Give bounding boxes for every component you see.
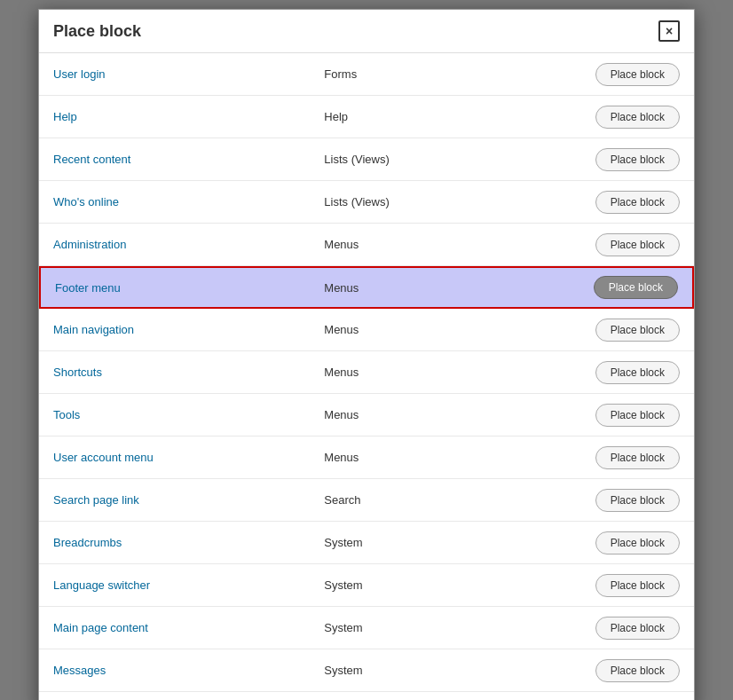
- block-category: Menus: [324, 408, 595, 421]
- block-category: Lists (Views): [324, 195, 595, 208]
- block-name: Who's online: [53, 195, 324, 208]
- modal-title: Place block: [53, 22, 141, 41]
- table-row: Language switcherSystemPlace block: [39, 564, 694, 607]
- place-block-button[interactable]: Place block: [595, 319, 680, 342]
- block-name: Footer menu: [55, 281, 324, 295]
- block-name: Search page link: [53, 493, 324, 507]
- place-block-button[interactable]: Place block: [595, 404, 680, 427]
- block-category: Menus: [324, 323, 595, 336]
- block-category: Menus: [324, 238, 595, 251]
- table-row: User account menuMenusPlace block: [39, 437, 694, 479]
- place-block-button[interactable]: Place block: [595, 531, 680, 554]
- table-row: Footer menuMenusPlace block: [39, 266, 694, 309]
- table-row: MessagesSystemPlace block: [39, 649, 694, 692]
- table-row: AdministrationMenusPlace block: [39, 224, 694, 266]
- table-row: Main page contentSystemPlace block: [39, 607, 694, 649]
- modal-header: Place block ×: [39, 10, 694, 53]
- table-row: HelpHelpPlace block: [39, 96, 694, 138]
- block-name: Help: [53, 110, 324, 123]
- block-name: Tools: [53, 408, 324, 421]
- table-row: Search page linkSearchPlace block: [39, 479, 694, 522]
- block-category: Menus: [324, 366, 595, 379]
- table-row: BreadcrumbsSystemPlace block: [39, 522, 694, 564]
- block-name: Shortcuts: [53, 366, 324, 379]
- block-category: Forms: [324, 67, 595, 81]
- block-name: Main navigation: [53, 323, 324, 336]
- place-block-button[interactable]: Place block: [595, 617, 680, 640]
- place-block-button[interactable]: Place block: [595, 489, 680, 512]
- block-category: System: [324, 578, 595, 592]
- table-row: ToolsMenusPlace block: [39, 394, 694, 437]
- block-name: Breadcrumbs: [53, 536, 324, 549]
- block-category: Help: [324, 110, 595, 123]
- table-row: ShortcutsMenusPlace block: [39, 351, 694, 394]
- place-block-modal: Place block × User loginFormsPlace block…: [38, 9, 695, 700]
- table-row: Main navigationMenusPlace block: [39, 309, 694, 351]
- block-category: System: [324, 664, 595, 677]
- block-name: Main page content: [53, 621, 324, 634]
- place-block-button[interactable]: Place block: [595, 191, 680, 214]
- close-button[interactable]: ×: [658, 20, 680, 42]
- block-category: System: [324, 536, 595, 549]
- place-block-button[interactable]: Place block: [595, 446, 680, 469]
- block-name: Language switcher: [53, 578, 324, 592]
- table-row: Recent contentLists (Views)Place block: [39, 138, 694, 181]
- table-row: Powered by DrupalSystemPlace block: [39, 692, 694, 700]
- place-block-button[interactable]: Place block: [595, 233, 680, 256]
- place-block-button[interactable]: Place block: [595, 148, 680, 171]
- block-name: Recent content: [53, 153, 324, 166]
- block-name: User account menu: [53, 451, 324, 464]
- block-category: Lists (Views): [324, 153, 595, 166]
- block-category: System: [324, 621, 595, 634]
- block-category: Search: [324, 493, 595, 507]
- place-block-button[interactable]: Place block: [595, 574, 680, 597]
- place-block-button[interactable]: Place block: [595, 63, 680, 86]
- block-name: Administration: [53, 238, 324, 251]
- place-block-button[interactable]: Place block: [594, 276, 678, 299]
- block-name: User login: [53, 67, 324, 81]
- table-row: User loginFormsPlace block: [39, 53, 694, 96]
- block-name: Messages: [53, 664, 324, 677]
- place-block-button[interactable]: Place block: [595, 361, 680, 384]
- table-row: Who's onlineLists (Views)Place block: [39, 181, 694, 224]
- place-block-button[interactable]: Place block: [595, 659, 680, 682]
- block-category: Menus: [324, 451, 595, 464]
- place-block-button[interactable]: Place block: [595, 106, 680, 129]
- block-category: Menus: [324, 281, 593, 295]
- modal-body: User loginFormsPlace blockHelpHelpPlace …: [39, 53, 694, 700]
